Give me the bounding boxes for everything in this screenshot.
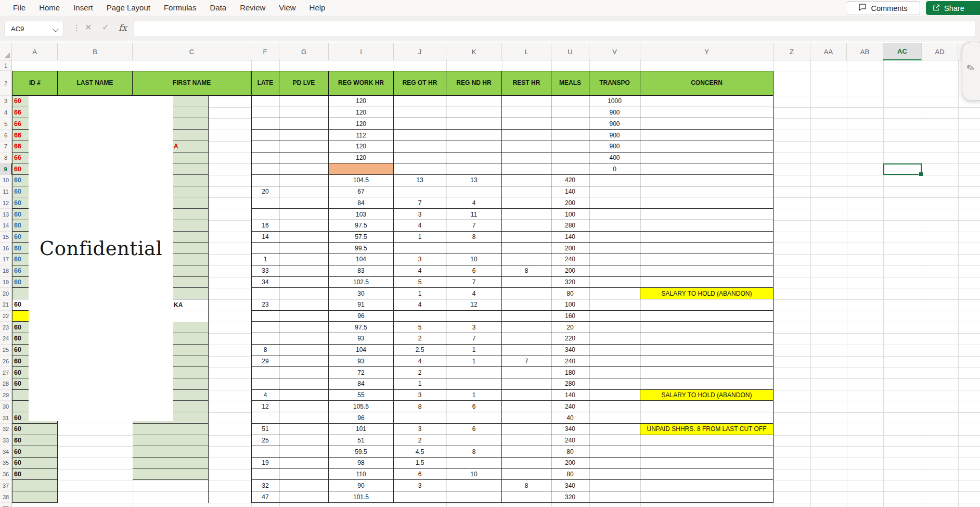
cancel-icon[interactable]: ✕ <box>85 23 92 32</box>
column-header-L[interactable]: L <box>502 43 551 60</box>
cell-Y10[interactable] <box>640 175 773 186</box>
cell-I10[interactable]: 104.5 <box>329 175 394 186</box>
cell-Y6[interactable] <box>640 130 773 141</box>
row-header-6[interactable]: 6 <box>0 130 12 141</box>
cell-Y19[interactable] <box>640 277 773 288</box>
cell-L22[interactable] <box>502 311 551 322</box>
row-header-15[interactable]: 15 <box>0 232 12 243</box>
cell-G13[interactable] <box>279 209 329 220</box>
cell-K29[interactable]: 1 <box>446 390 502 401</box>
cell-J8[interactable] <box>394 153 446 164</box>
row-header-37[interactable]: 37 <box>0 480 12 491</box>
menu-tab-home[interactable]: Home <box>32 0 67 16</box>
cell-K11[interactable] <box>446 186 502 198</box>
header-cell-I[interactable]: REG WORK HR <box>329 71 394 96</box>
header-cell-G[interactable]: PD LVE <box>279 71 329 96</box>
cell-J30[interactable]: 8 <box>394 401 446 412</box>
row-header-17[interactable]: 17 <box>0 254 12 265</box>
cell-F38[interactable]: 47 <box>251 491 279 503</box>
cell-I23[interactable]: 97.5 <box>329 322 394 333</box>
cell-Y22[interactable] <box>640 311 773 322</box>
cell-V32[interactable] <box>589 424 640 435</box>
cell-G14[interactable] <box>279 220 329 232</box>
cell-G25[interactable] <box>279 345 329 356</box>
cell-I22[interactable]: 96 <box>329 311 394 322</box>
cell-I36[interactable]: 110 <box>329 469 394 480</box>
row-header-33[interactable]: 33 <box>0 435 12 447</box>
cell-U30[interactable]: 240 <box>551 401 589 412</box>
cell-L10[interactable] <box>502 175 551 186</box>
cell-U21[interactable]: 100 <box>551 299 589 311</box>
cell-U19[interactable]: 320 <box>551 277 589 288</box>
cell-U14[interactable]: 280 <box>551 220 589 232</box>
cell-U4[interactable] <box>551 107 589 119</box>
cell-C37[interactable] <box>133 480 208 491</box>
column-header-V[interactable]: V <box>589 43 640 60</box>
cell-A35[interactable]: 60 <box>12 458 58 469</box>
cell-F3[interactable] <box>251 96 279 107</box>
cell-G20[interactable] <box>279 288 329 299</box>
enter-icon[interactable]: ✓ <box>102 23 109 32</box>
cell-G32[interactable] <box>279 424 329 435</box>
row-header-22[interactable]: 22 <box>0 311 12 322</box>
cell-K6[interactable] <box>446 130 502 141</box>
row-header-30[interactable]: 30 <box>0 401 12 412</box>
cell-Y37[interactable] <box>640 480 773 491</box>
cell-I6[interactable]: 112 <box>329 130 394 141</box>
cell-F34[interactable] <box>251 446 279 458</box>
share-button[interactable]: Share <box>926 1 980 15</box>
cell-F18[interactable]: 33 <box>251 265 279 277</box>
cell-K17[interactable]: 10 <box>446 254 502 265</box>
cell-G17[interactable] <box>279 254 329 265</box>
cell-L19[interactable] <box>502 277 551 288</box>
cell-L26[interactable]: 7 <box>502 356 551 367</box>
header-cell-L[interactable]: REST HR <box>502 71 551 96</box>
cell-F29[interactable]: 4 <box>251 390 279 401</box>
cell-U32[interactable]: 340 <box>551 424 589 435</box>
cell-I26[interactable]: 93 <box>329 356 394 367</box>
comments-button[interactable]: Comments <box>846 1 920 15</box>
row-header-34[interactable]: 34 <box>0 446 12 458</box>
cell-I37[interactable]: 90 <box>329 480 394 491</box>
cell-I33[interactable]: 51 <box>329 435 394 447</box>
formula-input[interactable] <box>133 21 976 36</box>
cell-L37[interactable]: 8 <box>502 480 551 491</box>
row-header-27[interactable]: 27 <box>0 367 12 378</box>
fx-icon[interactable]: fx <box>119 22 127 33</box>
menu-tab-view[interactable]: View <box>272 0 302 16</box>
cell-I14[interactable]: 97.5 <box>329 220 394 232</box>
cell-A36[interactable]: 60 <box>12 469 58 480</box>
row-header-11[interactable]: 11 <box>0 186 12 198</box>
cell-J10[interactable]: 13 <box>394 175 446 186</box>
cell-L18[interactable]: 8 <box>502 265 551 277</box>
cell-K5[interactable] <box>446 118 502 130</box>
column-header-F[interactable]: F <box>251 43 279 60</box>
cell-Y8[interactable] <box>640 153 773 164</box>
cell-U33[interactable]: 240 <box>551 435 589 447</box>
cell-A38[interactable] <box>12 491 58 503</box>
cell-L24[interactable] <box>502 333 551 345</box>
cell-I28[interactable]: 84 <box>329 378 394 390</box>
cell-V20[interactable] <box>589 288 640 299</box>
cell-Y4[interactable] <box>640 107 773 119</box>
cell-F27[interactable] <box>251 367 279 378</box>
cell-L20[interactable] <box>502 288 551 299</box>
cell-J7[interactable] <box>394 141 446 153</box>
cell-L31[interactable] <box>502 412 551 424</box>
cell-J3[interactable] <box>394 96 446 107</box>
cell-G19[interactable] <box>279 277 329 288</box>
cell-U13[interactable]: 100 <box>551 209 589 220</box>
cell-F9[interactable] <box>251 163 279 175</box>
cell-I16[interactable]: 99.5 <box>329 243 394 254</box>
cell-V8[interactable]: 400 <box>589 153 640 164</box>
select-all-corner[interactable] <box>0 43 12 60</box>
cell-V11[interactable] <box>589 186 640 198</box>
cell-U28[interactable]: 280 <box>551 378 589 390</box>
cell-J20[interactable]: 1 <box>394 288 446 299</box>
cell-V18[interactable] <box>589 265 640 277</box>
cell-V36[interactable] <box>589 469 640 480</box>
cell-V12[interactable] <box>589 197 640 209</box>
cell-K37[interactable] <box>446 480 502 491</box>
row-header-26[interactable]: 26 <box>0 356 12 367</box>
cell-V25[interactable] <box>589 345 640 356</box>
